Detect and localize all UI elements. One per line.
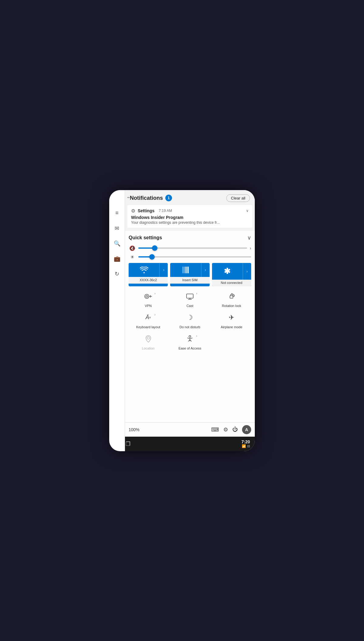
airplane-mode-icon-wrap: ✈ bbox=[224, 311, 239, 324]
sim-chevron-icon[interactable]: › bbox=[201, 263, 210, 277]
empty-action bbox=[212, 332, 251, 350]
taskbar-time: 7:20 bbox=[241, 439, 250, 444]
clear-all-button[interactable]: Clear all bbox=[226, 194, 250, 202]
svg-rect-1 bbox=[184, 267, 184, 273]
notif-app-name: Settings bbox=[138, 208, 154, 213]
brightness-slider-row: ☀ bbox=[129, 254, 251, 260]
svg-point-14 bbox=[147, 337, 150, 339]
cast-action[interactable]: › Cast bbox=[170, 290, 209, 308]
volume-thumb[interactable] bbox=[152, 245, 157, 251]
notif-time: 7:19 AM bbox=[159, 209, 172, 213]
svg-rect-9 bbox=[187, 294, 193, 298]
notifications-title: Notifications bbox=[130, 195, 163, 201]
task-apps-icon[interactable]: ❐ bbox=[126, 441, 130, 447]
svg-rect-2 bbox=[185, 267, 186, 273]
cast-chevron-icon: › bbox=[196, 292, 197, 295]
taskbar-right: 7:20 📶 ⊟ bbox=[241, 439, 250, 448]
keyboard-layout-label: Keyboard layout bbox=[136, 325, 160, 329]
volume-slider[interactable] bbox=[138, 247, 247, 249]
cast-label: Cast bbox=[187, 304, 194, 308]
location-label: Location bbox=[142, 346, 155, 350]
notification-item[interactable]: ⚙ Settings 7:19 AM ∨ Windows Insider Pro… bbox=[127, 205, 252, 228]
sidebar: ≡ ✉ 🔍 💼 ↻ bbox=[109, 190, 125, 451]
notif-title-area: Notifications 1 bbox=[130, 195, 172, 201]
vpn-action[interactable]: › VPN bbox=[129, 290, 168, 308]
rotation-lock-action[interactable]: Rotation lock bbox=[212, 290, 251, 308]
vpn-label: VPN bbox=[145, 304, 152, 308]
rotation-lock-label: Rotation lock bbox=[222, 304, 241, 308]
taskbar-wifi-icon: 📶 bbox=[242, 444, 246, 448]
battery-percent: 100% bbox=[129, 427, 140, 432]
svg-rect-0 bbox=[182, 267, 183, 273]
do-not-disturb-action[interactable]: ☽ Do not disturb bbox=[170, 311, 209, 329]
collapse-icon[interactable]: ∨ bbox=[247, 234, 251, 241]
ease-of-access-action[interactable]: › Ease of Access bbox=[170, 332, 209, 350]
ease-chevron-icon: › bbox=[196, 334, 197, 338]
sim-tile[interactable]: › Insert SIM bbox=[170, 263, 209, 286]
quick-settings-title: Quick settings bbox=[129, 235, 162, 240]
taskbar-status-icons: 📶 ⊟ bbox=[242, 444, 250, 448]
wifi-label: XXXX-36c2 bbox=[129, 277, 168, 284]
ease-of-access-icon-wrap: › bbox=[182, 332, 198, 345]
settings-icon[interactable]: ⚙ bbox=[223, 426, 228, 433]
wifi-chevron-icon[interactable]: › bbox=[159, 263, 168, 277]
actions-row-2: Ā≡ › Keyboard layout ☽ Do not disturb bbox=[129, 311, 251, 329]
svg-rect-3 bbox=[186, 267, 187, 273]
vpn-chevron-icon: › bbox=[154, 292, 155, 295]
keyboard-icon[interactable]: ⌨ bbox=[211, 426, 219, 433]
sim-label: Insert SIM bbox=[170, 277, 209, 284]
keyboard-layout-icon-wrap: Ā≡ › bbox=[140, 311, 156, 324]
settings-icon: ⚙ bbox=[131, 208, 135, 214]
rotation-lock-icon-wrap bbox=[224, 290, 239, 303]
main-panel: Notifications 1 Clear all ⚙ Settings 7:1… bbox=[125, 190, 255, 437]
taskbar: ❐ 7:20 📶 ⊟ bbox=[109, 437, 255, 451]
svg-point-5 bbox=[145, 294, 149, 298]
sim-icon bbox=[170, 263, 201, 277]
bottom-bar: 100% ⌨ ⚙ ⏻ A bbox=[125, 422, 255, 437]
sidebar-icon-mail[interactable]: ✉ bbox=[112, 223, 122, 233]
user-avatar[interactable]: A bbox=[242, 425, 251, 434]
keyboard-chevron-icon: › bbox=[154, 313, 155, 316]
brightness-icon: ☀ bbox=[129, 254, 136, 260]
svg-point-6 bbox=[146, 295, 148, 297]
cast-icon-wrap: › bbox=[182, 290, 198, 303]
brightness-thumb[interactable] bbox=[149, 254, 155, 260]
power-icon[interactable]: ⏻ bbox=[232, 426, 238, 433]
back-arrow[interactable]: ← bbox=[126, 194, 132, 201]
notif-body-text: Your diagnostics settings are preventing… bbox=[131, 220, 249, 225]
svg-point-15 bbox=[189, 336, 191, 337]
wifi-icon bbox=[129, 263, 159, 277]
wifi-tile[interactable]: › XXXX-36c2 bbox=[129, 263, 168, 286]
bluetooth-label: Not connected bbox=[212, 280, 251, 286]
taskbar-status-icon: ⊟ bbox=[247, 444, 250, 448]
phone-shell: ≡ ✉ 🔍 💼 ↻ ← Notifications 1 Clear all ⚙ bbox=[109, 190, 255, 451]
chevron-down-icon: ∨ bbox=[246, 209, 249, 213]
location-action[interactable]: Location bbox=[129, 332, 168, 350]
quick-settings-header: Quick settings ∨ bbox=[129, 234, 251, 241]
brightness-slider[interactable] bbox=[138, 256, 251, 257]
bluetooth-chevron-icon[interactable]: › bbox=[243, 263, 251, 280]
airplane-mode-label: Airplane mode bbox=[221, 325, 242, 329]
notif-title-text: Windows Insider Program bbox=[131, 215, 249, 220]
vpn-icon-wrap: › bbox=[140, 290, 156, 303]
actions-row-1: › VPN › bbox=[129, 290, 251, 308]
bottom-icons: ⌨ ⚙ ⏻ A bbox=[211, 425, 251, 434]
ease-of-access-label: Ease of Access bbox=[178, 346, 201, 350]
bluetooth-tile[interactable]: ✱ › Not connected bbox=[212, 263, 251, 286]
sidebar-icon-sync[interactable]: ↻ bbox=[112, 269, 122, 279]
actions-row-3: Location › bbox=[129, 332, 251, 350]
volume-slider-row: 🔇 › bbox=[129, 245, 251, 251]
notif-item-header: ⚙ Settings 7:19 AM ∨ bbox=[131, 208, 249, 214]
svg-rect-4 bbox=[188, 267, 189, 273]
do-not-disturb-label: Do not disturb bbox=[180, 325, 200, 329]
location-icon-wrap bbox=[140, 332, 156, 345]
bluetooth-icon: ✱ bbox=[212, 263, 243, 280]
sidebar-icon-briefcase[interactable]: 💼 bbox=[112, 254, 122, 264]
volume-arrow-icon[interactable]: › bbox=[250, 246, 251, 251]
notifications-badge: 1 bbox=[165, 195, 172, 201]
keyboard-layout-action[interactable]: Ā≡ › Keyboard layout bbox=[129, 311, 168, 329]
airplane-mode-action[interactable]: ✈ Airplane mode bbox=[212, 311, 251, 329]
sidebar-icon-people[interactable]: ≡ bbox=[112, 208, 122, 218]
svg-rect-13 bbox=[230, 296, 233, 298]
sidebar-icon-search[interactable]: 🔍 bbox=[112, 239, 122, 248]
